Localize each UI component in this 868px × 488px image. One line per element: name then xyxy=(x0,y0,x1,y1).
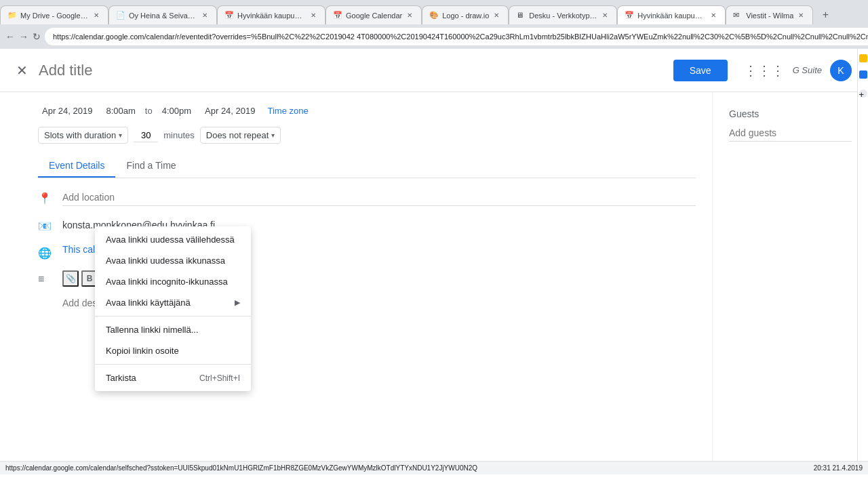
tab-favicon-hyvinkaa2: 📅 xyxy=(625,11,634,20)
menu-item-open-as[interactable]: Avaa linkki käyttäjänä ▶ xyxy=(95,292,251,313)
menu-label-open-window: Avaa linkki uudessa ikkunassa xyxy=(106,256,225,266)
tab-wilma[interactable]: ✉ Viestit - Wilma ✕ xyxy=(726,5,813,24)
repeat-chevron-icon: ▾ xyxy=(271,131,275,139)
tab-favicon-gcal: 📅 xyxy=(333,11,342,20)
repeat-dropdown[interactable]: Does not repeat ▾ xyxy=(200,127,281,144)
address-bar[interactable]: https://calendar.google.com/calendar/r/e… xyxy=(45,28,868,45)
event-editor-topbar: ✕ Save ⋮⋮⋮ G Suite K xyxy=(0,49,868,92)
tab-hyvinkaa2[interactable]: 📅 Hyvinkään kaupunki - Cal... ✕ xyxy=(617,5,726,24)
close-button[interactable]: ✕ xyxy=(16,62,28,79)
tab-close-wilma[interactable]: ✕ xyxy=(796,11,806,20)
menu-label-open-tab: Avaa linkki uudessa välilehdessä xyxy=(106,235,235,245)
tab-my-drive[interactable]: 📁 My Drive - Google Drive ✕ xyxy=(0,5,108,24)
menu-item-save-as[interactable]: Tallenna linkki nimellä... xyxy=(95,319,251,340)
tab-favicon-hyvinkaa1: 📅 xyxy=(224,11,234,20)
tab-gcal[interactable]: 📅 Google Calendar ✕ xyxy=(326,5,422,24)
description-icon: ≡ xyxy=(38,273,52,285)
tab-find-a-time[interactable]: Find a Time xyxy=(115,155,186,178)
submenu-arrow-icon: ▶ xyxy=(235,298,240,307)
duration-input[interactable] xyxy=(134,129,158,142)
slots-chevron-icon: ▾ xyxy=(119,131,122,139)
end-date-button[interactable]: Apr 24, 2019 xyxy=(201,103,259,119)
minutes-label: minutes xyxy=(163,130,195,140)
tab-title-drive: My Drive - Google Drive xyxy=(20,12,89,20)
status-url: https://calendar.google.com/calendar/sel… xyxy=(5,464,477,472)
forward-button[interactable]: → xyxy=(19,28,28,45)
google-sidebar: + xyxy=(857,49,868,474)
tab-close-heina[interactable]: ✕ xyxy=(200,11,210,20)
sidebar-icon-yellow[interactable] xyxy=(859,54,867,62)
tab-event-details[interactable]: Event Details xyxy=(38,155,115,178)
status-bar: https://calendar.google.com/calendar/sel… xyxy=(0,461,868,474)
new-tab-button[interactable]: + xyxy=(816,5,835,24)
tab-favicon-desku: 🖥 xyxy=(516,11,526,20)
tab-favicon-heina: 📄 xyxy=(116,11,125,20)
user-avatar[interactable]: K xyxy=(830,60,852,81)
tab-title-gcal: Google Calendar xyxy=(346,12,402,20)
menu-item-open-tab[interactable]: Avaa linkki uudessa välilehdessä xyxy=(95,229,251,250)
globe-icon: 🌐 xyxy=(38,247,52,260)
tab-desku[interactable]: 🖥 Desku - Verkkotypöytä ✕ xyxy=(509,5,617,24)
attachment-button[interactable]: 📎 xyxy=(62,270,79,287)
tab-title-hyvinkaa2: Hyvinkään kaupunki - Cal... xyxy=(637,12,706,20)
sidebar-add-icon[interactable]: + xyxy=(859,89,867,98)
menu-label-copy-link: Kopioi linkin osoite xyxy=(106,346,179,356)
slots-label: Slots with duration xyxy=(44,130,116,140)
menu-item-open-incognito[interactable]: Avaa linkki incognito-ikkunassa xyxy=(95,271,251,292)
menu-item-copy-link[interactable]: Kopioi linkin osoite xyxy=(95,340,251,361)
menu-item-open-window[interactable]: Avaa linkki uudessa ikkunassa xyxy=(95,250,251,271)
menu-divider-2 xyxy=(95,364,251,365)
tab-close-drive[interactable]: ✕ xyxy=(92,11,101,20)
save-button[interactable]: Save xyxy=(673,60,728,81)
guests-title: Guests xyxy=(729,108,852,119)
sidebar-icon-blue[interactable] xyxy=(859,70,867,79)
tab-hyvinkaa1[interactable]: 📅 Hyvinkään kaupunki - Cal... ✕ xyxy=(217,5,326,24)
datetime-row: Apr 24, 2019 8:00am to 4:00pm Apr 24, 20… xyxy=(38,103,696,119)
tab-close-hyvinkaa1[interactable]: ✕ xyxy=(309,11,318,20)
start-date-button[interactable]: Apr 24, 2019 xyxy=(38,103,96,119)
end-time-button[interactable]: 4:00pm xyxy=(158,103,195,119)
guests-section: Guests xyxy=(729,103,852,147)
gsuite-label: G Suite xyxy=(793,65,822,75)
menu-label-open-as: Avaa linkki käyttäjänä xyxy=(106,298,191,308)
tab-close-desku[interactable]: ✕ xyxy=(600,11,610,20)
tab-title-wilma: Viestit - Wilma xyxy=(746,12,793,20)
tab-heina[interactable]: 📄 Oy Heina & Seivas Ab ✕ xyxy=(108,5,217,24)
tab-favicon-wilma: ✉ xyxy=(733,11,743,20)
tab-drawio[interactable]: 🎨 Logo - draw.io ✕ xyxy=(422,5,509,24)
menu-label-save-as: Tallenna linkki nimellä... xyxy=(106,325,199,335)
address-text: https://calendar.google.com/calendar/r/e… xyxy=(53,33,868,41)
tab-favicon-drive: 📁 xyxy=(7,11,17,20)
address-bar-row: ← → ↻ https://calendar.google.com/calend… xyxy=(0,24,868,49)
tab-title-drawio: Logo - draw.io xyxy=(442,12,489,20)
location-icon: 📍 xyxy=(38,192,52,205)
menu-divider-1 xyxy=(95,316,251,317)
tab-close-hyvinkaa2[interactable]: ✕ xyxy=(709,11,718,20)
email-icon: 📧 xyxy=(38,220,52,232)
to-label: to xyxy=(145,106,153,116)
guests-input[interactable] xyxy=(729,125,852,142)
refresh-button[interactable]: ↻ xyxy=(33,28,41,45)
menu-item-inspect[interactable]: Tarkista Ctrl+Shift+I xyxy=(95,367,251,388)
timezone-button[interactable]: Time zone xyxy=(265,103,311,119)
repeat-label: Does not repeat xyxy=(206,130,269,140)
tab-title-desku: Desku - Verkkotypöytä xyxy=(529,12,597,20)
slots-row: Slots with duration ▾ minutes Does not r… xyxy=(38,127,696,144)
back-button[interactable]: ← xyxy=(5,28,15,45)
apps-grid-icon[interactable]: ⋮⋮⋮ xyxy=(744,62,785,79)
tab-favicon-drawio: 🎨 xyxy=(429,11,439,20)
event-tabs: Event Details Find a Time xyxy=(38,155,696,178)
tab-close-drawio[interactable]: ✕ xyxy=(492,11,501,20)
inspect-shortcut: Ctrl+Shift+I xyxy=(199,373,240,383)
tab-title-heina: Oy Heina & Seivas Ab xyxy=(129,12,197,20)
location-input[interactable] xyxy=(62,189,696,206)
event-title-input[interactable] xyxy=(39,62,673,79)
tab-title-hyvinkaa1: Hyvinkään kaupunki - Cal... xyxy=(237,12,306,20)
status-datetime: 20:31 21.4.2019 xyxy=(814,464,863,472)
location-field-row: 📍 xyxy=(38,184,696,211)
start-time-button[interactable]: 8:00am xyxy=(102,103,139,119)
browser-chrome: 📁 My Drive - Google Drive ✕ 📄 Oy Heina &… xyxy=(0,0,868,49)
menu-label-inspect: Tarkista xyxy=(106,373,136,383)
tab-close-gcal[interactable]: ✕ xyxy=(405,11,414,20)
slots-dropdown[interactable]: Slots with duration ▾ xyxy=(38,127,128,144)
